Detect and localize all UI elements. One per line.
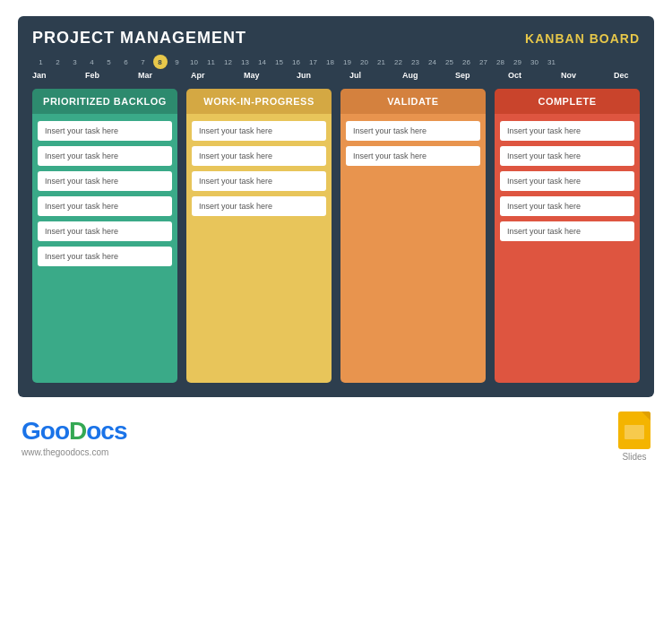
cal-num-4: 4 <box>83 58 100 66</box>
cal-num-16: 16 <box>288 58 305 66</box>
brand-logo: GooDocs <box>22 417 126 446</box>
task-card[interactable]: Insert your task here <box>38 196 172 216</box>
col-body-backlog: Insert your task here Insert your task h… <box>32 114 177 383</box>
cal-num-3: 3 <box>66 58 83 66</box>
month-label-nov: Nov <box>561 71 614 80</box>
cal-num-6: 6 <box>117 58 134 66</box>
cal-num-10: 10 <box>185 58 202 66</box>
cal-num-23: 23 <box>407 58 424 66</box>
col-body-wip: Insert your task here Insert your task h… <box>186 114 332 383</box>
calendar-numbers: 1234567891011121314151617181920212223242… <box>32 55 640 69</box>
cal-num-5: 5 <box>100 58 117 66</box>
cal-num-18: 18 <box>322 58 339 66</box>
cal-num-12: 12 <box>220 58 237 66</box>
col-header-validate: VALIDATE <box>340 89 486 114</box>
page-wrapper: PROJECT MANAGEMENT KANBAN BOARD 12345678… <box>0 0 672 641</box>
month-label-dec: Dec <box>614 71 667 80</box>
slides-icon: Slides <box>618 411 650 462</box>
month-label-aug: Aug <box>402 71 455 80</box>
cal-num-17: 17 <box>305 58 322 66</box>
month-label-sep: Sep <box>455 71 508 80</box>
task-card[interactable]: Insert your task here <box>38 247 172 266</box>
month-label-oct: Oct <box>508 71 561 80</box>
cal-num-30: 30 <box>526 58 543 66</box>
task-card[interactable]: Insert your task here <box>346 146 480 166</box>
board-header: PROJECT MANAGEMENT KANBAN BOARD <box>32 29 640 48</box>
task-card[interactable]: Insert your task here <box>38 221 172 241</box>
task-card[interactable]: Insert your task here <box>192 121 326 141</box>
cal-num-15: 15 <box>271 58 288 66</box>
cal-num-25: 25 <box>441 58 458 66</box>
brand-goo: Goo <box>22 417 69 445</box>
month-label-apr: Apr <box>191 71 244 80</box>
col-header-backlog: PRIORITIZED BACKLOG <box>32 89 177 114</box>
cal-num-1: 1 <box>32 58 49 66</box>
cal-num-29: 29 <box>509 58 526 66</box>
task-card[interactable]: Insert your task here <box>500 121 634 141</box>
task-card[interactable]: Insert your task here <box>192 146 326 166</box>
task-card[interactable]: Insert your task here <box>38 171 172 191</box>
task-card[interactable]: Insert your task here <box>500 221 634 241</box>
month-label-may: May <box>244 71 297 80</box>
cal-num-27: 27 <box>475 58 492 66</box>
month-label-mar: Mar <box>138 71 191 80</box>
task-card[interactable]: Insert your task here <box>500 196 634 216</box>
task-card[interactable]: Insert your task here <box>38 146 172 166</box>
col-body-validate: Insert your task here Insert your task h… <box>340 114 486 383</box>
task-card[interactable]: Insert your task here <box>38 121 172 141</box>
cal-num-11: 11 <box>202 58 220 66</box>
brand-left: GooDocs www.thegoodocs.com <box>22 417 126 457</box>
cal-num-24: 24 <box>424 58 441 66</box>
brand-ocs: ocs <box>86 417 126 445</box>
calendar-months: JanFebMarAprMayJunJulAugSepOctNovDec <box>32 71 640 80</box>
project-title: PROJECT MANAGEMENT <box>32 29 246 48</box>
task-card[interactable]: Insert your task here <box>192 196 326 216</box>
column-wip: WORK-IN-PROGRESS Insert your task here I… <box>186 89 332 383</box>
cal-num-21: 21 <box>373 58 390 66</box>
brand-d: D <box>69 417 86 445</box>
month-label-feb: Feb <box>85 71 138 80</box>
month-label-jan: Jan <box>32 71 85 80</box>
cal-num-19: 19 <box>339 58 356 66</box>
cal-num-2: 2 <box>49 58 66 66</box>
col-body-complete: Insert your task here Insert your task h… <box>495 114 640 383</box>
kanban-board: PROJECT MANAGEMENT KANBAN BOARD 12345678… <box>18 16 654 397</box>
column-validate: VALIDATE Insert your task here Insert yo… <box>340 89 486 383</box>
brand-url: www.thegoodocs.com <box>22 447 126 457</box>
slides-badge <box>618 411 650 449</box>
cal-num-22: 22 <box>390 58 407 66</box>
column-complete: COMPLETE Insert your task here Insert yo… <box>495 89 640 383</box>
task-card[interactable]: Insert your task here <box>192 171 326 191</box>
col-header-wip: WORK-IN-PROGRESS <box>186 89 332 114</box>
kanban-label: KANBAN BOARD <box>525 31 640 46</box>
cal-num-31: 31 <box>543 58 560 66</box>
footer: GooDocs www.thegoodocs.com Slides <box>18 411 654 462</box>
task-card[interactable]: Insert your task here <box>500 171 634 191</box>
slides-inner <box>625 425 644 439</box>
slides-label: Slides <box>622 452 646 462</box>
cal-num-20: 20 <box>356 58 373 66</box>
column-backlog: PRIORITIZED BACKLOG Insert your task her… <box>32 89 177 383</box>
cal-num-13: 13 <box>237 58 254 66</box>
cal-num-7: 7 <box>134 58 151 66</box>
col-header-complete: COMPLETE <box>495 89 640 114</box>
cal-num-8: 8 <box>153 55 168 69</box>
cal-num-14: 14 <box>254 58 271 66</box>
task-card[interactable]: Insert your task here <box>500 146 634 166</box>
month-label-jun: Jun <box>297 71 349 80</box>
cal-num-9: 9 <box>168 58 185 66</box>
task-card[interactable]: Insert your task here <box>346 121 480 141</box>
month-label-jul: Jul <box>349 71 402 80</box>
cal-num-28: 28 <box>492 58 509 66</box>
cal-num-26: 26 <box>458 58 475 66</box>
columns-row: PRIORITIZED BACKLOG Insert your task her… <box>32 89 640 383</box>
